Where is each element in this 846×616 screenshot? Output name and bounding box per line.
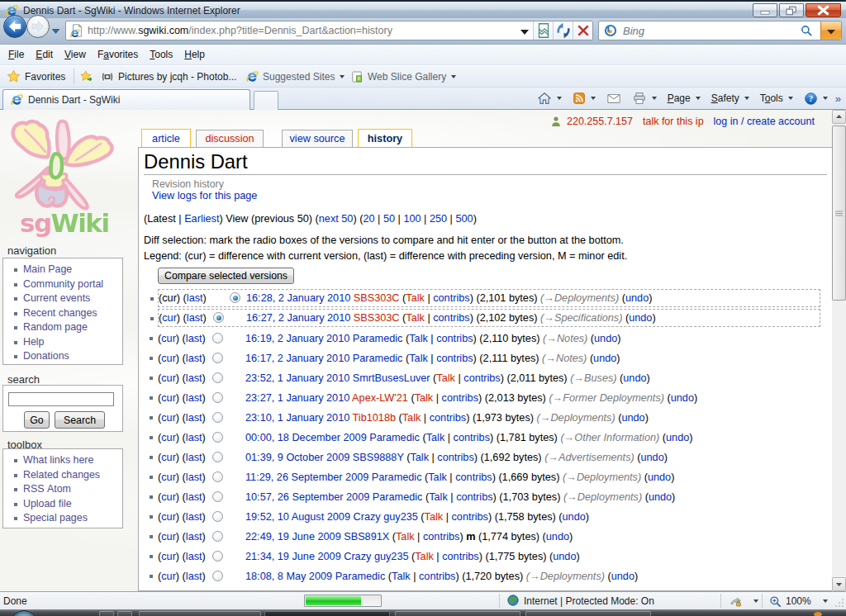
undo-link[interactable]: undo [623, 372, 646, 384]
sidebar-link-random-page[interactable]: Random page [23, 321, 88, 333]
quicklaunch-icon2[interactable] [117, 611, 132, 616]
revision-date-link[interactable]: 16:19, 2 January 2010 [245, 333, 349, 344]
oldid-radio[interactable] [212, 531, 223, 542]
menu-help[interactable]: Help [178, 45, 211, 64]
last-link[interactable]: last [186, 452, 202, 463]
sidebar-link-recent-changes[interactable]: Recent changes [23, 307, 97, 319]
resize-grip[interactable] [834, 598, 844, 608]
view-logs-link[interactable]: View logs for this page [152, 190, 257, 201]
tools-menu[interactable]: Tools [760, 92, 793, 104]
command-overflow-chevron[interactable]: » [835, 92, 841, 105]
revision-date-link[interactable]: 01:39, 9 October 2009 [245, 452, 349, 463]
suggested-sites-button[interactable]: Suggested Sites [245, 66, 345, 87]
user-talk-link[interactable]: Talk [410, 452, 429, 463]
search-options-button[interactable] [820, 21, 841, 40]
toolbox-link-rss[interactable]: RSS [23, 483, 44, 495]
start-button[interactable] [11, 610, 37, 616]
zoom-level[interactable]: 100% [786, 595, 811, 607]
undo-link[interactable]: undo [553, 551, 576, 562]
user-contribs-link[interactable]: contribs [437, 452, 473, 463]
cur-link[interactable]: cur [161, 471, 176, 483]
cur-link[interactable]: cur [161, 551, 176, 562]
address-dropdown[interactable] [516, 21, 533, 40]
user-talk-link[interactable]: Talk [409, 333, 428, 344]
pager-link[interactable]: 250 [430, 213, 447, 225]
user-contribs-link[interactable]: contribs [430, 412, 466, 424]
user-contribs-link[interactable]: contribs [442, 551, 478, 562]
user-contribs-link[interactable]: contribs [456, 491, 492, 503]
talk-for-ip-link[interactable]: talk for this ip [643, 116, 704, 127]
new-tab-button[interactable] [254, 91, 278, 110]
last-link[interactable]: last [186, 372, 202, 384]
last-link[interactable]: last [186, 353, 202, 364]
read-mail-button[interactable] [606, 91, 621, 106]
undo-link[interactable]: undo [629, 312, 652, 324]
search-go-button[interactable]: Go [24, 411, 50, 429]
menu-view[interactable]: View [59, 45, 92, 64]
zoom-icon[interactable] [768, 595, 782, 609]
scrollbar-thumb[interactable] [832, 126, 846, 301]
toolbox-link-what-links-here[interactable]: What links here [23, 454, 93, 466]
quicklaunch-icon[interactable] [99, 611, 114, 616]
help-menu[interactable] [804, 92, 828, 106]
cur-link[interactable]: cur [161, 392, 176, 404]
tray-icon[interactable] [814, 612, 822, 616]
home-button[interactable] [537, 91, 562, 106]
oldid-radio[interactable] [212, 372, 223, 383]
wiki-tab-view-source[interactable]: view source [282, 130, 353, 147]
favorite-pictures-link[interactable]: Pictures by jcqh - Photob... [101, 66, 236, 87]
revision-date-link[interactable]: 16:28, 2 January 2010 [246, 292, 350, 304]
refresh-button[interactable] [553, 21, 573, 40]
cur-link[interactable]: cur [161, 571, 176, 582]
user-contribs-link[interactable]: contribs [436, 353, 473, 364]
oldid-radio[interactable] [212, 551, 223, 562]
undo-link[interactable]: undo [621, 412, 644, 424]
pager-link[interactable]: 50 [383, 213, 395, 225]
security-report-icon[interactable] [729, 595, 743, 609]
web-slice-gallery-button[interactable]: Web Slice Gallery [350, 66, 456, 87]
wiki-search-input[interactable] [8, 392, 114, 406]
user-talk-link[interactable]: Talk [436, 372, 455, 384]
taskbar-button-2[interactable] [395, 611, 520, 616]
undo-link[interactable]: undo [666, 432, 689, 443]
cur-link[interactable]: cur [161, 333, 176, 344]
minimize-button[interactable] [753, 3, 777, 17]
toolbox-link-upload-file[interactable]: Upload file [23, 498, 72, 509]
menu-edit[interactable]: Edit [30, 45, 59, 64]
revision-user-link[interactable]: Apex-LW'21 [352, 392, 408, 404]
forward-button[interactable] [26, 15, 50, 38]
cur-link[interactable]: cur [161, 511, 176, 523]
sidebar-link-community-portal[interactable]: Community portal [23, 278, 103, 290]
last-link[interactable]: last [186, 551, 202, 562]
revision-date-link[interactable]: 10:57, 26 September 2009 [245, 491, 369, 503]
user-contribs-link[interactable]: contribs [454, 432, 490, 443]
user-talk-link[interactable]: Talk [406, 312, 425, 324]
user-talk-link[interactable]: Talk [402, 412, 421, 424]
pager-link[interactable]: 500 [455, 213, 473, 225]
diff-radio[interactable] [230, 292, 240, 303]
revision-date-link[interactable]: 22:49, 19 June 2009 [245, 531, 341, 543]
pager-link[interactable]: 20 [363, 213, 374, 225]
revision-user-link[interactable]: SmrtBusesLuver [353, 372, 430, 384]
undo-link[interactable]: undo [648, 471, 671, 483]
undo-link[interactable]: undo [593, 353, 616, 364]
revision-date-link[interactable]: 16:17, 2 January 2010 [245, 353, 349, 364]
user-contribs-link[interactable]: contribs [442, 392, 478, 404]
last-link[interactable]: last [186, 571, 202, 582]
revision-user-link[interactable]: Paramedic [335, 571, 386, 582]
pager-link[interactable]: 100 [403, 213, 421, 225]
wiki-tab-discussion[interactable]: discussion [196, 130, 264, 147]
last-link[interactable]: last [187, 292, 203, 304]
revision-user-link[interactable]: SBS303C [354, 312, 400, 324]
oldid-radio[interactable] [212, 432, 223, 443]
oldid-radio[interactable] [212, 452, 223, 462]
page-menu[interactable]: Page [668, 92, 701, 104]
toolbox-link-related-changes[interactable]: Related changes [23, 469, 100, 481]
pager-link[interactable]: next 50 [319, 213, 354, 225]
undo-link[interactable]: undo [625, 292, 649, 304]
favorites-button[interactable]: Favorites [7, 66, 65, 87]
revision-date-link[interactable]: 23:10, 1 January 2010 [245, 412, 349, 424]
oldid-radio[interactable] [212, 333, 223, 344]
revision-user-link[interactable]: Tib1018b [353, 412, 396, 424]
undo-link[interactable]: undo [649, 491, 672, 503]
